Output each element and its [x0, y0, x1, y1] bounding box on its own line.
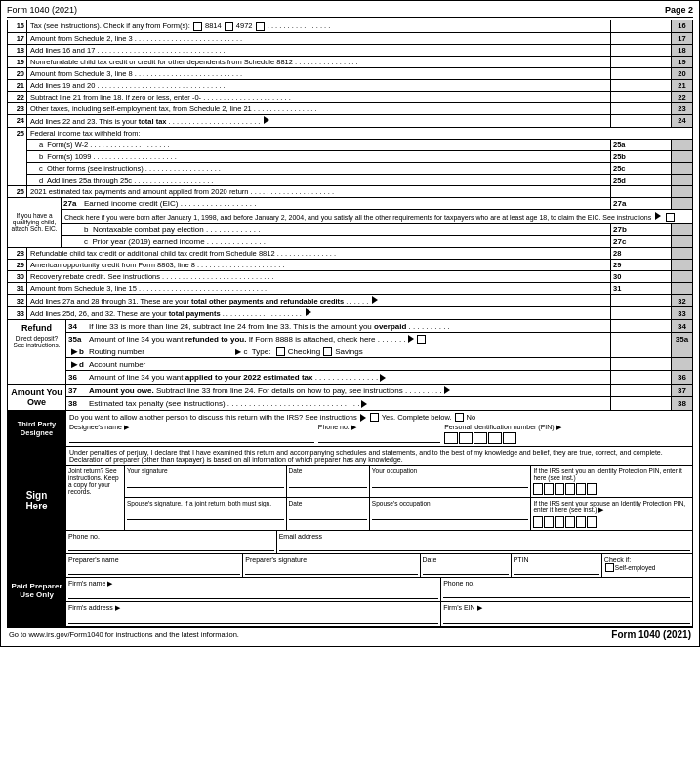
line-28-num: 28 [8, 248, 27, 260]
preparer-ptin-input[interactable] [514, 563, 599, 575]
line-21-row: 21 Add lines 19 and 20 . . . . . . . . .… [8, 79, 693, 91]
checking-checkbox[interactable] [276, 347, 285, 356]
irs-pin-box-2[interactable] [544, 483, 554, 495]
pin-box-5[interactable] [503, 432, 516, 444]
pin-box-4[interactable] [488, 432, 502, 444]
phone-no-sign-input[interactable] [68, 540, 274, 551]
line-21-num: 21 [8, 79, 27, 91]
third-party-question-text: Do you want to allow another person to d… [69, 413, 357, 422]
line-27b-row: b Nontaxable combat pay election . . . .… [62, 224, 692, 236]
spouse-sig-input[interactable] [127, 507, 284, 520]
spouse-pin-box-5[interactable] [576, 516, 586, 528]
preparer-check-field: Check if: Self-employed [602, 554, 692, 577]
your-date-input[interactable] [289, 474, 367, 488]
arrow-icon-35a [408, 335, 414, 343]
line-25a-row: a Form(s) W-2 . . . . . . . . . . . . . … [8, 139, 693, 150]
your-occupation-input[interactable] [372, 474, 529, 488]
preparer-name-input[interactable] [68, 563, 240, 575]
irs-pin-field: If the IRS sent you an Identity Protecti… [531, 466, 692, 497]
line-18-amount [611, 44, 672, 56]
line-34-row: 34 If line 33 is more than line 24, subt… [66, 320, 692, 333]
firm-ein-field: Firm's EIN ▶ [441, 602, 692, 626]
designee-name-input[interactable] [69, 431, 314, 443]
your-date-label: Date [289, 467, 367, 474]
perjury-statement: Under penalties of perjury, I declare th… [69, 449, 663, 463]
spouse-date-input[interactable] [289, 507, 367, 520]
line-37-row: 37 Amount you owe. Subtract line 33 from… [66, 385, 692, 397]
phone-no-input[interactable] [318, 431, 440, 443]
pin-box-3[interactable] [474, 432, 487, 444]
pin-box-2[interactable] [459, 432, 473, 444]
irs-pin-box-5[interactable] [576, 483, 586, 495]
paid-preparer-label: Paid Preparer Use Only [8, 554, 66, 626]
irs-pin-box-6[interactable] [587, 483, 597, 495]
your-sig-input[interactable] [127, 474, 284, 488]
line-20-num: 20 [8, 67, 27, 79]
line-38-num: 38 [66, 397, 86, 410]
savings-checkbox[interactable] [323, 347, 332, 356]
firm-name-input[interactable] [68, 588, 438, 599]
irs-pin-box-4[interactable] [565, 483, 575, 495]
line-20-label: Amount from Schedule 3, line 8 . . . . .… [27, 67, 611, 79]
arrow-icon-32 [372, 296, 378, 304]
line-38-right-num: 38 [671, 397, 692, 410]
amount-owe-text: Amount You Owe [10, 387, 63, 407]
line-23-right-num: 23 [672, 102, 693, 114]
preparer-date-field: Date [421, 554, 512, 577]
form-8888-checkbox[interactable] [417, 335, 426, 344]
spouse-occupation-input[interactable] [372, 507, 529, 520]
line-37-label: Amount you owe. Subtract line 33 from li… [86, 385, 610, 396]
self-employed-checkbox[interactable] [605, 563, 614, 572]
page-header: Form 1040 (2021) Page 2 [7, 5, 693, 18]
line-17-amount [611, 32, 672, 44]
line-32-row: 32 Add lines 27a and 28 through 31. Thes… [8, 295, 693, 307]
pin-box-1[interactable] [444, 432, 458, 444]
line-25-header-label: Federal income tax withheld from: [27, 127, 693, 139]
arrow-icon-36 [380, 374, 386, 382]
line-27a-shaded [671, 198, 692, 209]
line-17-row: 17 Amount from Schedule 2, line 3 . . . … [8, 32, 693, 44]
preparer-date-input[interactable] [423, 563, 509, 575]
your-sig-field: Your signature [125, 466, 287, 497]
firm-address-input[interactable] [68, 612, 438, 624]
line-34-label: If line 33 is more than line 24, subtrac… [86, 320, 610, 332]
designee-name-field: Designee's name ▶ [69, 424, 314, 444]
checkbox-3[interactable] [256, 22, 265, 31]
preparer-sig-input[interactable] [245, 563, 417, 575]
third-party-title: Third PartyDesignee [18, 420, 57, 437]
line-22-row: 22 Subtract line 21 from line 18. If zer… [8, 91, 693, 102]
line-19-row: 19 Nonrefundable child tax credit or cre… [8, 56, 693, 67]
no-checkbox[interactable] [455, 413, 464, 422]
checkbox-2[interactable] [225, 22, 233, 31]
preparer-row-1: Preparer's name Preparer's signature Dat… [66, 554, 692, 578]
eic-checkbox[interactable] [666, 213, 675, 222]
line-20-right-num: 20 [672, 67, 693, 79]
spouse-pin-box-3[interactable] [555, 516, 564, 528]
spouse-pin-box-2[interactable] [544, 516, 554, 528]
spouse-pin-box-1[interactable] [533, 516, 543, 528]
line-27b-shaded [671, 224, 692, 235]
line-34-amount [610, 320, 671, 332]
spouse-pin-box-6[interactable] [587, 516, 597, 528]
line-27a-content: 27a Earned income credit (EIC) . . . . .… [62, 198, 692, 248]
firm-address-label: Firm's address ▶ [68, 604, 120, 611]
email-input[interactable] [279, 540, 690, 551]
spouse-pin-box-4[interactable] [565, 516, 575, 528]
irs-pin-box-1[interactable] [533, 483, 543, 495]
line-20-amount [611, 67, 672, 79]
firm-phone-field: Phone no. [441, 578, 692, 601]
line-35a-row: 35a Amount of line 34 you want refunded … [66, 333, 692, 345]
line-25-section: 25 Federal income tax withheld from: a F… [7, 127, 693, 186]
paid-preparer-content: Preparer's name Preparer's signature Dat… [66, 554, 692, 626]
line-24-num: 24 [8, 114, 27, 127]
refund-section: Refund Direct deposit?See instructions. … [7, 319, 693, 385]
line-16-right-num: 16 [672, 20, 693, 33]
line-27b-label: b Nontaxable combat pay election . . . .… [81, 224, 610, 235]
irs-pin-box-3[interactable] [555, 483, 564, 495]
third-party-section: Third PartyDesignee Do you want to allow… [7, 410, 693, 447]
designee-name-label: Designee's name ▶ [69, 424, 314, 431]
firm-ein-input[interactable] [443, 612, 690, 624]
firm-phone-input[interactable] [443, 587, 690, 598]
checkbox-1[interactable] [193, 22, 202, 31]
yes-checkbox[interactable] [370, 413, 379, 422]
